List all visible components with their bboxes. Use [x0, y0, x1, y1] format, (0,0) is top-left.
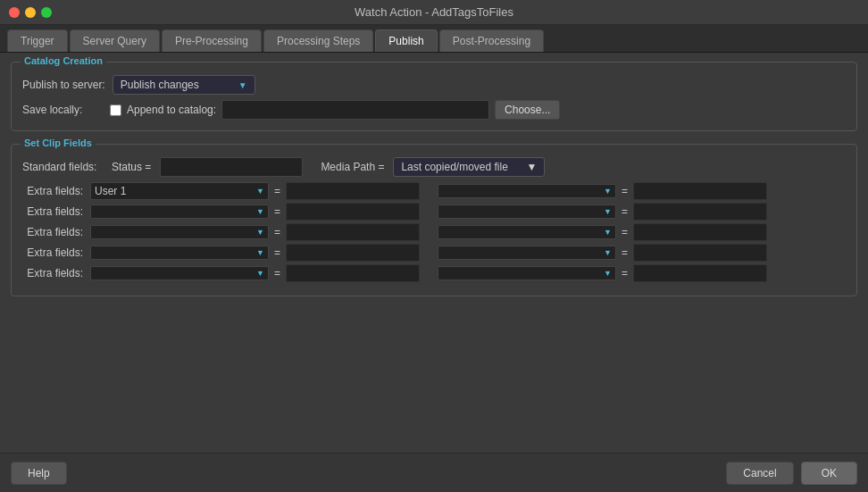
extra-field-left-input-2[interactable]	[286, 223, 420, 241]
tab-publish[interactable]: Publish	[375, 29, 437, 52]
extra-field-left-input-1[interactable]	[286, 203, 420, 221]
append-to-catalog-label: Append to catalog:	[127, 104, 216, 116]
extra-fields-row-2: Extra fields: ▼ = ▼ =	[22, 223, 846, 241]
extra-field-left-input-4[interactable]	[286, 264, 420, 282]
extra-field-right-dropdown-2[interactable]: ▼	[438, 225, 616, 239]
extra-field-right-input-0[interactable]	[633, 182, 767, 200]
extra-field-left-dropdown-1[interactable]: ▼	[90, 204, 269, 219]
catalog-creation-label: Catalog Creation	[21, 55, 106, 66]
tab-post-processing[interactable]: Post-Processing	[439, 29, 544, 52]
window-controls	[9, 7, 52, 18]
publish-to-server-label: Publish to server:	[22, 79, 105, 91]
publish-dropdown-arrow: ▼	[238, 80, 247, 90]
publish-to-server-row: Publish to server: Publish changes ▼	[22, 75, 846, 95]
extra-field-left-input-0[interactable]	[286, 182, 420, 200]
set-clip-fields-label: Set Clip Fields	[21, 138, 96, 148]
ok-button[interactable]: OK	[801, 462, 857, 485]
media-path-dropdown-arrow: ▼	[527, 161, 538, 173]
bottom-bar: Help Cancel OK	[0, 453, 868, 492]
status-input[interactable]	[160, 157, 303, 177]
media-path-dropdown[interactable]: Last copied/moved file ▼	[393, 157, 545, 177]
close-button[interactable]	[9, 7, 20, 18]
extra-field-label-2: Extra fields:	[22, 226, 87, 238]
append-checkbox[interactable]	[110, 104, 121, 116]
publish-dropdown-value: Publish changes	[121, 79, 199, 91]
extra-field-left-input-3[interactable]	[286, 244, 420, 262]
append-to-catalog-group: Append to catalog: Choose...	[110, 100, 560, 120]
extra-field-left-dropdown-4[interactable]: ▼	[90, 266, 269, 280]
tab-trigger[interactable]: Trigger	[7, 29, 68, 52]
extra-field-left-dropdown-2[interactable]: ▼	[90, 225, 269, 239]
extra-field-right-dropdown-1[interactable]: ▼	[438, 204, 616, 219]
extra-fields-row-3: Extra fields: ▼ = ▼ =	[22, 244, 846, 262]
minimize-button[interactable]	[25, 7, 36, 18]
main-content: Catalog Creation Publish to server: Publ…	[0, 53, 868, 305]
help-button[interactable]: Help	[11, 462, 67, 485]
cancel-button[interactable]: Cancel	[726, 462, 793, 485]
extra-fields-row-0: Extra fields: User 1 ▼ = ▼ =	[22, 182, 846, 200]
extra-field-label-3: Extra fields:	[22, 246, 87, 259]
tab-server-query[interactable]: Server Query	[70, 29, 160, 52]
save-locally-row: Save locally: Append to catalog: Choose.…	[22, 100, 846, 120]
extra-field-right-dropdown-0[interactable]: ▼	[438, 184, 616, 198]
media-path-label: Media Path =	[321, 161, 384, 173]
tab-bar: Trigger Server Query Pre-Processing Proc…	[0, 25, 868, 53]
maximize-button[interactable]	[41, 7, 52, 18]
publish-dropdown[interactable]: Publish changes ▼	[113, 75, 255, 95]
extra-field-left-dropdown-3[interactable]: ▼	[90, 246, 269, 260]
extra-field-right-dropdown-4[interactable]: ▼	[438, 266, 616, 280]
extra-fields-row-1: Extra fields: ▼ = ▼ =	[22, 203, 846, 221]
set-clip-fields-section: Set Clip Fields Standard fields: Status …	[11, 144, 857, 296]
extra-field-label-4: Extra fields:	[22, 267, 87, 279]
extra-field-label-0: Extra fields:	[22, 185, 87, 197]
media-path-value: Last copied/moved file	[401, 161, 507, 173]
window-title: Watch Action - AddTagsToFiles	[355, 5, 513, 19]
bottom-right-buttons: Cancel OK	[726, 462, 857, 485]
choose-button[interactable]: Choose...	[495, 100, 560, 120]
extra-field-right-input-2[interactable]	[633, 223, 767, 241]
extra-field-right-input-4[interactable]	[633, 264, 767, 282]
standard-fields-row: Standard fields: Status = Media Path = L…	[22, 157, 846, 177]
catalog-creation-section: Catalog Creation Publish to server: Publ…	[11, 62, 857, 131]
tab-processing-steps[interactable]: Processing Steps	[263, 29, 373, 52]
extra-field-left-value-0: User 1	[95, 185, 126, 197]
catalog-path-input[interactable]	[221, 100, 489, 120]
extra-field-right-dropdown-3[interactable]: ▼	[438, 246, 616, 260]
extra-field-right-input-1[interactable]	[633, 203, 767, 221]
extra-field-left-dropdown-0[interactable]: User 1 ▼	[90, 182, 269, 200]
save-locally-label: Save locally:	[22, 104, 103, 116]
extra-field-label-1: Extra fields:	[22, 205, 87, 218]
tab-pre-processing[interactable]: Pre-Processing	[162, 29, 262, 52]
standard-fields-label: Standard fields:	[22, 161, 103, 173]
extra-fields-row-4: Extra fields: ▼ = ▼ =	[22, 264, 846, 282]
extra-field-right-input-3[interactable]	[633, 244, 767, 262]
title-bar: Watch Action - AddTagsToFiles	[0, 0, 868, 25]
status-label: Status =	[112, 161, 151, 173]
